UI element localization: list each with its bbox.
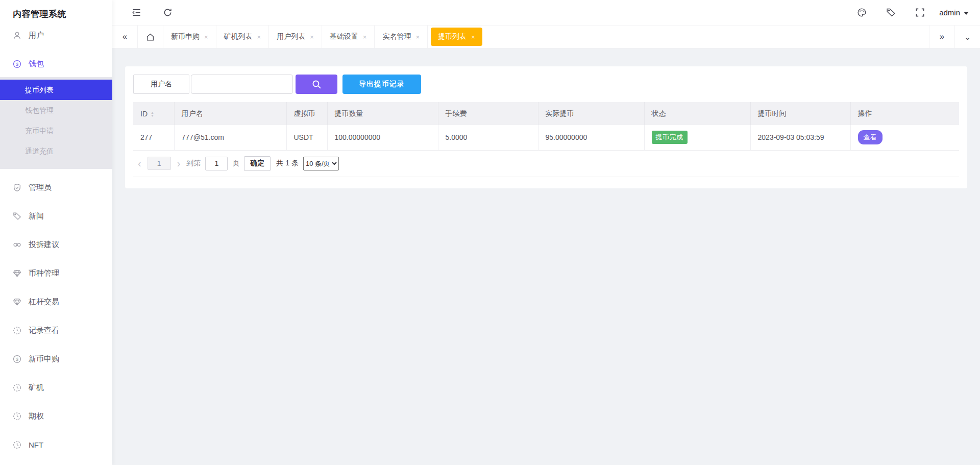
search-input[interactable] [191, 75, 293, 94]
sidebar-item-nft[interactable]: NFT [0, 434, 112, 455]
withdraw-list-card: 用户名 导出提币记录 ID▲▼ [125, 66, 967, 188]
sidebar-item-news[interactable]: 新闻 [0, 206, 112, 226]
refresh-icon[interactable] [163, 8, 173, 17]
sidebar-item-feedback[interactable]: 投拆建议 [0, 234, 112, 255]
admin-dropdown[interactable]: admin [939, 8, 969, 17]
col-header-id[interactable]: ID▲▼ [133, 102, 174, 125]
tabs-scroll-right-icon[interactable]: » [929, 26, 954, 48]
home-tab-icon[interactable] [138, 26, 163, 48]
tab-user-list[interactable]: 用户列表 × [269, 26, 322, 48]
sidebar-item-margin-trading[interactable]: 杠杆交易 [0, 291, 112, 312]
goto-confirm-button[interactable]: 确定 [244, 156, 271, 171]
view-button[interactable]: 查看 [858, 130, 883, 144]
current-page-button[interactable]: 1 [148, 157, 171, 170]
tag-icon[interactable] [886, 8, 896, 17]
cell-fee: 5.0000 [438, 125, 538, 150]
sidebar-item-label: 管理员 [29, 183, 52, 192]
withdraw-table: ID▲▼ 用户名 虚拟币 提币数量 手续费 实际提币 状态 提币时间 操作 2 [133, 102, 959, 151]
content-area: 用户名 导出提币记录 ID▲▼ [112, 48, 980, 465]
sidebar-subitem-deposit-request[interactable]: 充币申请 [0, 120, 112, 141]
export-withdraw-records-button[interactable]: 导出提币记录 [342, 75, 421, 94]
sidebar-item-users[interactable]: 用户 [0, 25, 112, 45]
tabs-menu-chevron-icon[interactable]: ⌄ [954, 26, 980, 48]
sidebar-item-miners[interactable]: 矿机 [0, 377, 112, 398]
gem-icon [13, 298, 21, 306]
filter-row: 用户名 导出提币记录 [133, 75, 959, 94]
cell-amount: 100.00000000 [327, 125, 438, 150]
svg-text:$: $ [16, 356, 18, 361]
col-header-action: 操作 [850, 102, 959, 125]
fullscreen-icon[interactable] [915, 8, 925, 17]
col-header-username: 用户名 [174, 102, 286, 125]
sidebar: 内容管理系统 用户 $ 钱包 提币列表 钱包管理 充币申请 通 [0, 0, 112, 465]
page-size-select[interactable]: 10 条/页 [303, 157, 339, 170]
gem-icon [13, 269, 21, 278]
col-header-time: 提币时间 [750, 102, 850, 125]
tab-miner-list[interactable]: 矿机列表 × [216, 26, 270, 48]
sidebar-item-label: NFT [29, 440, 43, 449]
tab-basic-settings[interactable]: 基础设置 × [322, 26, 375, 48]
cell-id: 277 [133, 125, 174, 150]
sidebar-item-dual-invest[interactable]: 双币理财 [0, 463, 112, 465]
tabs-scroll-left-icon[interactable]: « [112, 26, 138, 48]
search-icon [312, 80, 322, 89]
sidebar-item-label: 新闻 [29, 211, 44, 221]
sidebar-subitem-channel-deposit[interactable]: 通道充值 [0, 141, 112, 161]
clock-icon [13, 383, 21, 392]
clock-icon [13, 326, 21, 335]
col-header-status: 状态 [644, 102, 750, 125]
theme-palette-icon[interactable] [857, 8, 867, 17]
sidebar-item-coin-management[interactable]: 币种管理 [0, 263, 112, 283]
filter-field-label[interactable]: 用户名 [133, 75, 189, 94]
tag-icon [13, 212, 21, 221]
subitem-label: 提币列表 [25, 86, 54, 94]
collapse-sidebar-icon[interactable] [132, 8, 141, 17]
tab-kyc[interactable]: 实名管理 × [375, 26, 428, 48]
sidebar-item-label: 矿机 [29, 383, 44, 393]
sidebar-item-admins[interactable]: 管理员 [0, 177, 112, 198]
sidebar-item-label: 钱包 [29, 59, 44, 69]
shield-check-icon [13, 183, 21, 192]
sidebar-item-label: 杠杆交易 [29, 297, 59, 307]
sidebar-subitem-wallet-management[interactable]: 钱包管理 [0, 100, 112, 120]
sidebar-item-records[interactable]: 记录查看 [0, 320, 112, 340]
sidebar-item-new-coin-subscription[interactable]: $ 新币申购 [0, 349, 112, 369]
sidebar-item-options[interactable]: 期权 [0, 406, 112, 426]
close-icon[interactable]: × [310, 34, 314, 40]
sidebar-subitem-withdraw-list[interactable]: 提币列表 [0, 80, 112, 100]
tab-label: 提币列表 [438, 32, 467, 41]
dollar-circle-icon: $ [13, 355, 21, 363]
status-badge: 提币完成 [652, 131, 688, 144]
goto-prefix-label: 到第 [186, 159, 201, 168]
tab-withdraw-list[interactable]: 提币列表 × [431, 28, 482, 46]
user-icon [13, 31, 21, 40]
sidebar-item-label: 记录查看 [29, 326, 59, 335]
next-page-icon[interactable]: › [176, 158, 182, 168]
close-icon[interactable]: × [415, 34, 420, 40]
table-header-row: ID▲▼ 用户名 虚拟币 提币数量 手续费 实际提币 状态 提币时间 操作 [133, 102, 959, 125]
cell-action: 查看 [850, 125, 959, 150]
close-icon[interactable]: × [363, 34, 367, 40]
prev-page-icon[interactable]: ‹ [136, 158, 143, 168]
subitem-label: 通道充值 [25, 147, 54, 155]
chevron-down-icon [964, 12, 969, 15]
sort-icon[interactable]: ▲▼ [151, 111, 154, 117]
col-header-actual: 实际提币 [538, 102, 644, 125]
tab-label: 实名管理 [382, 32, 411, 41]
close-icon[interactable]: × [257, 34, 261, 40]
search-button[interactable] [296, 75, 337, 94]
subitem-label: 充币申请 [25, 127, 54, 135]
tab-label: 矿机列表 [224, 32, 253, 41]
goto-page-input[interactable] [205, 157, 228, 170]
pagination: ‹ 1 › 到第 页 确定 共 1 条 10 条/页 [133, 151, 959, 177]
clock-icon [13, 440, 21, 449]
main-area: admin « 新币申购 × 矿机列表 × 用户列表 × 基础设置 × 实名管理… [112, 0, 980, 465]
col-header-coin: 虚拟币 [286, 102, 327, 125]
sidebar-item-label: 投拆建议 [29, 240, 59, 250]
goto-suffix-label: 页 [232, 159, 239, 168]
sidebar-item-label: 新币申购 [29, 354, 59, 364]
close-icon[interactable]: × [204, 34, 208, 40]
close-icon[interactable]: × [471, 34, 475, 40]
sidebar-item-wallet[interactable]: $ 钱包 [0, 54, 112, 74]
tab-new-coin[interactable]: 新币申购 × [163, 26, 216, 48]
